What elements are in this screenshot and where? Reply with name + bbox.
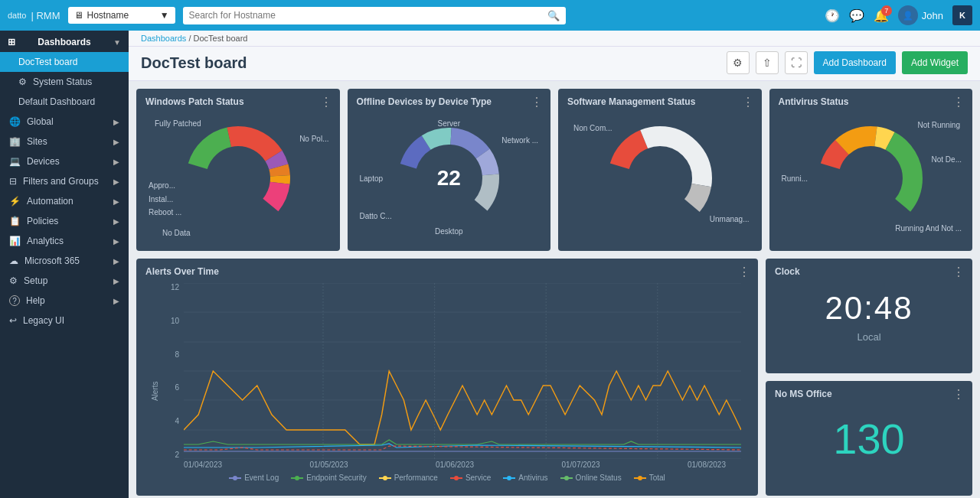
caret-icon: ▶ — [113, 177, 119, 186]
computer-icon: 🖥 — [74, 10, 83, 21]
add-dashboard-button[interactable]: Add Dashboard — [814, 51, 896, 74]
caret-icon: ▶ — [113, 297, 119, 305]
legend-dot-online — [564, 476, 569, 480]
logo: datto | RMM — [8, 10, 60, 21]
sidebar-item-analytics[interactable]: 📊 Analytics ▶ — [0, 231, 129, 251]
widget-menu-icon[interactable]: ⋮ — [952, 95, 965, 109]
sidebar-item-microsoft365[interactable]: ☁ Microsoft 365 ▶ — [0, 251, 129, 271]
legend-line-service — [450, 477, 462, 479]
logo-text: datto — [8, 11, 26, 20]
legend-label: Endpoint Security — [306, 474, 366, 482]
caret-icon: ▶ — [113, 217, 119, 226]
page-header: DocTest board ⚙ ⇧ ⛶ Add Dashboard Add Wi… — [129, 47, 980, 81]
antivirus-title: Antivirus Status — [779, 96, 964, 107]
sidebar-item-global[interactable]: 🌐 Global ▶ — [0, 112, 129, 132]
chevron-down-icon: ▼ — [160, 10, 169, 21]
legend-total: Total — [634, 474, 665, 482]
windows-patch-svg — [177, 117, 299, 239]
sidebar-label: Sites — [27, 136, 47, 147]
automation-icon: ⚡ — [9, 196, 21, 207]
avatar: 👤 — [898, 5, 918, 25]
sidebar-label: Default Dashboard — [18, 96, 95, 107]
grid-icon: ⊞ — [8, 37, 15, 47]
search-bar[interactable]: 🔍 — [183, 7, 566, 24]
devices-icon: 💻 — [9, 156, 21, 167]
share-button[interactable]: ⇧ — [756, 51, 779, 74]
av-label-running: Runni... — [782, 174, 808, 183]
clock-icon[interactable]: 🕐 — [825, 8, 840, 23]
sidebar-item-devices[interactable]: 💻 Devices ▶ — [0, 151, 129, 171]
legend-line-perf — [379, 477, 391, 479]
clock-time: 20:48 — [825, 290, 913, 327]
notification-bell[interactable]: 🔔 7 — [874, 8, 889, 23]
chat-icon[interactable]: 💬 — [849, 8, 864, 23]
sidebar-item-sites[interactable]: 🏢 Sites ▶ — [0, 132, 129, 151]
caret-icon: ▶ — [113, 197, 119, 206]
account-avatar[interactable]: K — [952, 5, 972, 25]
search-input[interactable] — [189, 10, 547, 21]
caret-icon: ▶ — [113, 277, 119, 285]
expand-button[interactable]: ⛶ — [785, 51, 808, 74]
caret-icon: ▶ — [113, 138, 119, 146]
legend-line-endpoint — [291, 477, 303, 479]
sidebar-item-setup[interactable]: ⚙ Setup ▶ — [0, 271, 129, 291]
widget-menu-icon[interactable]: ⋮ — [320, 95, 332, 109]
y-tick-4: 4 — [175, 417, 179, 425]
legacy-icon: ↩ — [9, 315, 17, 326]
sidebar-label: Setup — [24, 275, 47, 286]
legend-line-online — [560, 477, 573, 479]
caret-icon: ▶ — [113, 158, 119, 166]
sidebar-section-dashboards[interactable]: ⊞ Dashboards ▼ — [0, 31, 129, 52]
x-axis-labels: 01/04/2023 01/05/2023 01/06/2023 01/07/2… — [145, 461, 749, 469]
breadcrumb-dashboards[interactable]: Dashboards — [141, 34, 186, 43]
breadcrumb-current: DocTest board — [194, 34, 248, 43]
settings-button[interactable]: ⚙ — [727, 51, 750, 74]
widget-menu-icon[interactable]: ⋮ — [738, 265, 750, 279]
hostname-selector[interactable]: 🖥 Hostname ▼ — [68, 7, 175, 24]
legend-label: Antivirus — [518, 474, 547, 482]
legend-line-total — [634, 477, 646, 479]
widget-menu-icon[interactable]: ⋮ — [952, 387, 965, 402]
sidebar-item-help[interactable]: ? Help ▶ — [0, 291, 129, 311]
sm-label-noncom: Non Com... — [573, 124, 612, 132]
sidebar-item-automation[interactable]: ⚡ Automation ▶ — [0, 191, 129, 211]
legend-service: Service — [450, 474, 491, 482]
widget-menu-icon[interactable]: ⋮ — [742, 95, 754, 109]
page-title: DocTest board — [141, 54, 247, 72]
widget-menu-icon[interactable]: ⋮ — [531, 95, 543, 109]
sidebar-item-system-status[interactable]: ⚙ System Status — [0, 72, 129, 92]
clock-widget: Clock ⋮ 20:48 Local — [766, 259, 972, 373]
sidebar-item-policies[interactable]: 📋 Policies ▶ — [0, 211, 129, 231]
patch-label-reboot: Reboot ... — [149, 208, 181, 216]
windows-patch-chart: Fully Patched No Pol... Appro... Instal.… — [145, 113, 331, 243]
x-label-3: 01/06/2023 — [436, 461, 474, 469]
sidebar-item-legacy-ui[interactable]: ↩ Legacy UI — [0, 311, 129, 330]
sidebar-label: Analytics — [27, 236, 64, 246]
sidebar-item-default-dashboard[interactable]: Default Dashboard — [0, 92, 129, 112]
software-mgmt-svg — [599, 117, 721, 239]
widget-menu-icon[interactable]: ⋮ — [952, 265, 965, 279]
sidebar-item-filters-groups[interactable]: ⊟ Filters and Groups ▶ — [0, 171, 129, 191]
dashboard-content: Windows Patch Status ⋮ — [129, 81, 980, 498]
top-nav: datto | RMM 🖥 Hostname ▼ 🔍 🕐 💬 🔔 7 👤 Joh… — [0, 0, 980, 31]
antivirus-svg — [809, 117, 932, 239]
analytics-icon: 📊 — [9, 236, 21, 246]
sidebar-item-doctest-board[interactable]: DocTest board — [0, 52, 129, 72]
product-text: | RMM — [31, 10, 60, 21]
hostname-label: Hostname — [87, 10, 129, 21]
sidebar-label: DocTest board — [18, 57, 77, 67]
user-menu[interactable]: 👤 John — [898, 5, 943, 25]
legend-line-antivirus — [503, 477, 515, 479]
antivirus-widget: Antivirus Status ⋮ Not Running Not De...… — [769, 89, 973, 251]
software-mgmt-widget: Software Management Status ⋮ Non Com... … — [558, 89, 762, 251]
offline-devices-title: Offline Devices by Device Type — [357, 96, 542, 107]
av-label-runningandnot: Running And Not ... — [895, 224, 962, 233]
add-widget-button[interactable]: Add Widget — [902, 51, 968, 74]
legend-dot-service — [454, 476, 459, 480]
offline-devices-widget: Offline Devices by Device Type ⋮ 22 Serv… — [348, 89, 551, 251]
right-column: Clock ⋮ 20:48 Local No MS Office ⋮ 130 — [766, 259, 972, 496]
od-label-datto: Datto C... — [360, 212, 392, 220]
policies-icon: 📋 — [9, 216, 21, 226]
x-label-5: 01/08/2023 — [688, 461, 726, 469]
ms-office-title: No MS Office — [775, 389, 832, 399]
